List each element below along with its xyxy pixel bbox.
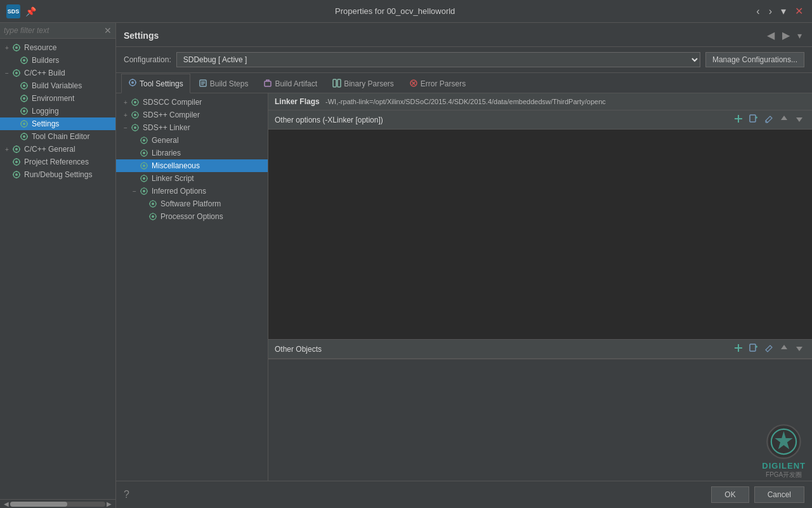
window-close-button[interactable]: ✕: [792, 4, 806, 18]
main-container: ✕ + Resource Builders− C/C++ Build: [0, 23, 812, 508]
scroll-right-arrow[interactable]: ▶: [105, 500, 113, 507]
scroll-thumb[interactable]: [10, 502, 67, 507]
tool-item-linker-script[interactable]: Linker Script: [116, 172, 268, 185]
title-bar: SDS 📌 Properties for 00_ocv_helloworld ‹…: [0, 0, 812, 23]
svg-marker-150: [796, 117, 802, 122]
sidebar-label-resource: Resource: [24, 43, 56, 52]
tool-item-libraries[interactable]: Libraries: [116, 147, 268, 159]
sidebar-item-settings[interactable]: Settings: [0, 117, 115, 130]
sidebar-item-run-debug-settings[interactable]: Run/Debug Settings: [0, 168, 115, 181]
edit-object-button[interactable]: [763, 343, 775, 355]
sidebar-item-resource[interactable]: + Resource: [0, 41, 115, 54]
edit-option-button[interactable]: [763, 114, 775, 126]
cancel-button[interactable]: Cancel: [754, 486, 804, 503]
other-objects-actions: [732, 343, 806, 355]
tree-icon-builders: [19, 55, 29, 65]
app-logo: SDS: [6, 4, 20, 18]
tab-error-parsers[interactable]: Error Parsers: [402, 74, 473, 93]
move-up-button[interactable]: [778, 114, 790, 126]
expand-icon-cpp-general[interactable]: +: [3, 146, 11, 153]
tool-icon-processor-options: [148, 211, 158, 222]
svg-point-1: [15, 46, 18, 49]
pin-icon[interactable]: 📌: [25, 6, 36, 17]
tab-label-build-steps: Build Steps: [210, 79, 249, 88]
tool-item-general[interactable]: General: [116, 134, 268, 147]
filter-input[interactable]: [4, 26, 102, 35]
sidebar-item-cpp-general[interactable]: + C/C++ General: [0, 143, 115, 156]
nav-dropdown-button[interactable]: ▾: [795, 29, 804, 42]
svg-point-31: [23, 110, 25, 112]
tab-binary-parsers[interactable]: Binary Parsers: [325, 74, 401, 93]
detail-panel: Linker Flags -WI,-rpath-link=/opt/Xilinx…: [268, 93, 812, 481]
tool-item-software-platform[interactable]: Software Platform: [116, 197, 268, 210]
tool-label-miscellaneous: Miscellaneous: [152, 161, 200, 170]
tool-icon-libraries: [139, 148, 149, 158]
sidebar-item-logging[interactable]: Logging: [0, 105, 115, 117]
move-object-down-button[interactable]: [793, 343, 806, 355]
sidebar-item-build-variables[interactable]: Build Variables: [0, 79, 115, 92]
other-objects-header: Other Objects: [268, 340, 812, 359]
window-menu-button[interactable]: ▾: [778, 4, 789, 18]
tool-item-inferred-options[interactable]: − Inferred Options: [116, 185, 268, 197]
tool-icon-miscellaneous: [139, 161, 149, 171]
filter-box: ✕: [0, 23, 115, 39]
tool-label-sdscc-compiler: SDSCC Compiler: [143, 98, 202, 107]
scroll-track[interactable]: [10, 502, 105, 507]
filter-clear-icon[interactable]: ✕: [104, 25, 112, 36]
move-object-up-button[interactable]: [778, 343, 790, 355]
scroll-left-arrow[interactable]: ◀: [3, 500, 10, 507]
tool-item-sdspp-compiler[interactable]: + SDS++ Compiler: [116, 109, 268, 121]
tab-build-steps[interactable]: Build Steps: [192, 74, 256, 93]
config-select[interactable]: SDDebug [ Active ]: [176, 52, 700, 67]
tool-icon-software-platform: [148, 199, 158, 209]
tool-content: + SDSCC Compiler+ SDS++ Compiler− SDS++ …: [116, 93, 812, 481]
tree-icon-resource: [11, 43, 22, 53]
expand-icon-resource[interactable]: +: [3, 44, 11, 51]
move-down-button[interactable]: [793, 114, 806, 126]
expand-icon-cpp-build[interactable]: −: [3, 70, 11, 77]
add-object-file-button[interactable]: [747, 343, 760, 355]
tool-item-processor-options[interactable]: Processor Options: [116, 210, 268, 223]
tab-label-error-parsers: Error Parsers: [421, 79, 466, 88]
expand-icon-tool-sdspp-compiler[interactable]: +: [121, 112, 130, 119]
sidebar-label-logging: Logging: [32, 107, 59, 116]
ok-button[interactable]: OK: [711, 486, 749, 503]
sidebar-item-builders[interactable]: Builders: [0, 54, 115, 67]
add-object-button[interactable]: [732, 343, 745, 355]
titlebar-left: SDS 📌: [6, 4, 36, 18]
sidebar-label-build-variables: Build Variables: [32, 81, 82, 90]
nav-next-button[interactable]: ›: [766, 4, 775, 18]
manage-configurations-button[interactable]: Manage Configurations...: [705, 52, 804, 67]
svg-point-125: [143, 190, 145, 192]
tool-item-miscellaneous[interactable]: Miscellaneous: [116, 159, 268, 172]
other-options-content: [268, 130, 812, 339]
tool-item-sdscc-compiler[interactable]: + SDSCC Compiler: [116, 96, 268, 109]
left-scroll-bar[interactable]: ◀ ▶: [0, 499, 115, 508]
add-file-button[interactable]: [747, 114, 760, 126]
sidebar-item-tool-chain-editor[interactable]: Tool Chain Editor: [0, 130, 115, 143]
watermark: DIGILENT FPGA开发圈: [762, 423, 806, 479]
other-objects-label: Other Objects: [275, 345, 322, 354]
expand-icon-tool-inferred-options[interactable]: −: [130, 188, 139, 195]
add-option-button[interactable]: [732, 114, 745, 126]
sidebar-item-cpp-build[interactable]: − C/C++ Build: [0, 67, 115, 79]
svg-point-137: [152, 215, 154, 218]
tool-icon-general: [139, 135, 149, 145]
sidebar-item-environment[interactable]: Environment: [0, 92, 115, 105]
nav-prev-button[interactable]: ‹: [754, 4, 762, 18]
help-icon[interactable]: ?: [124, 489, 129, 500]
sidebar-item-project-references[interactable]: Project References: [0, 156, 115, 168]
bottom-bar: ? OK Cancel: [116, 481, 812, 508]
other-options-header: Other options (-XLinker [option]): [268, 110, 812, 130]
svg-point-67: [131, 81, 134, 84]
nav-forward-button[interactable]: ▶: [780, 28, 792, 43]
tool-item-sdspp-linker[interactable]: − SDS++ Linker: [116, 121, 268, 134]
expand-icon-tool-sdscc-compiler[interactable]: +: [121, 99, 130, 106]
tab-build-artifact[interactable]: Build Artifact: [256, 74, 324, 93]
tab-tool-settings[interactable]: Tool Settings: [121, 74, 190, 93]
nav-back-button[interactable]: ◀: [764, 28, 777, 43]
expand-icon-tool-sdspp-linker[interactable]: −: [121, 124, 130, 131]
svg-rect-152: [738, 344, 739, 352]
other-objects-section: Other Objects: [268, 340, 812, 359]
svg-point-83: [134, 101, 136, 104]
